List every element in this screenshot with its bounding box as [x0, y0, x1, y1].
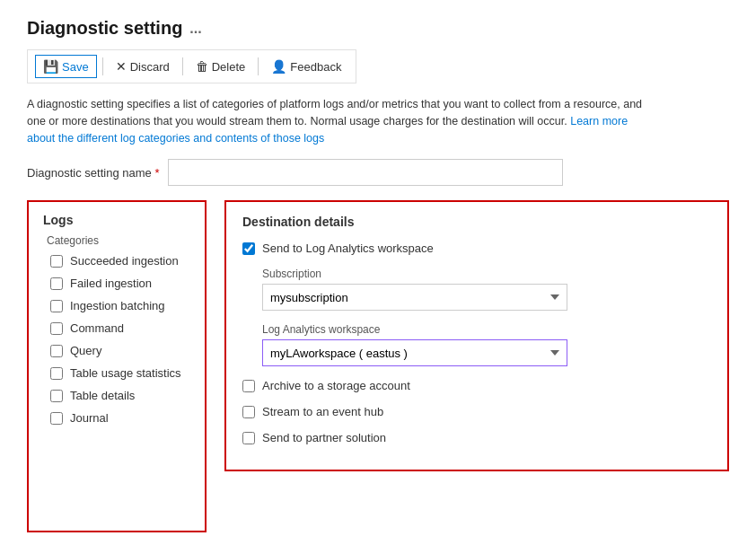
log-label-query[interactable]: Query: [70, 344, 101, 357]
save-label: Save: [62, 60, 89, 74]
log-label-succeeded-ingestion[interactable]: Succeeded ingestion: [70, 254, 179, 268]
dest-label-log-analytics[interactable]: Send to Log Analytics workspace: [262, 242, 434, 255]
main-content: Logs Categories Succeeded ingestion Fail…: [27, 200, 729, 536]
log-checkbox-failed-ingestion[interactable]: [50, 277, 63, 290]
setting-name-label: Diagnostic setting name *: [27, 166, 159, 180]
dest-checkbox-event-hub[interactable]: [242, 406, 255, 418]
setting-name-row: Diagnostic setting name *: [27, 159, 729, 186]
dest-option-log-analytics: Send to Log Analytics workspace: [242, 242, 711, 255]
subscription-select[interactable]: mysubscription: [262, 284, 567, 311]
description: A diagnostic setting specifies a list of…: [27, 96, 655, 146]
feedback-button[interactable]: 👤 Feedback: [264, 56, 348, 77]
discard-icon: ✕: [116, 59, 127, 74]
toolbar-divider-2: [182, 57, 183, 75]
dest-option-partner: Send to partner solution: [242, 431, 711, 444]
delete-label: Delete: [212, 60, 246, 74]
log-label-failed-ingestion[interactable]: Failed ingestion: [70, 277, 152, 290]
save-icon: 💾: [43, 59, 58, 74]
feedback-icon: 👤: [271, 59, 286, 74]
page-title: Diagnostic setting ...: [27, 18, 729, 39]
toolbar: 💾 Save ✕ Discard 🗑 Delete 👤 Feedback: [27, 49, 356, 83]
delete-button[interactable]: 🗑 Delete: [189, 56, 253, 77]
log-label-table-details[interactable]: Table details: [70, 389, 135, 402]
delete-icon: 🗑: [196, 59, 208, 74]
log-checkbox-ingestion-batching[interactable]: [50, 300, 63, 312]
left-column: Logs Categories Succeeded ingestion Fail…: [27, 200, 207, 536]
destination-title: Destination details: [242, 215, 711, 229]
dest-option-event-hub: Stream to an event hub: [242, 405, 711, 418]
log-checkbox-command[interactable]: [50, 322, 63, 335]
categories-label: Categories: [43, 234, 190, 247]
discard-label: Discard: [130, 60, 170, 74]
log-checkbox-table-details[interactable]: [50, 390, 63, 402]
title-text: Diagnostic setting: [27, 18, 182, 39]
dest-label-event-hub[interactable]: Stream to an event hub: [262, 405, 383, 418]
description-text: A diagnostic setting specifies a list of…: [27, 98, 642, 127]
log-checkbox-query[interactable]: [50, 345, 63, 357]
discard-button[interactable]: ✕ Discard: [109, 56, 177, 77]
workspace-label: Log Analytics workspace: [262, 323, 711, 336]
log-label-table-usage[interactable]: Table usage statistics: [70, 366, 181, 380]
logs-panel: Logs Categories Succeeded ingestion Fail…: [27, 200, 207, 532]
dest-checkbox-log-analytics[interactable]: [242, 242, 255, 255]
workspace-fields: Log Analytics workspace myLAworkspace ( …: [262, 323, 711, 366]
dest-label-partner[interactable]: Send to partner solution: [262, 431, 386, 444]
logs-title: Logs: [43, 213, 190, 227]
log-label-command[interactable]: Command: [70, 321, 124, 335]
log-item-table-usage: Table usage statistics: [43, 366, 190, 380]
dest-checkbox-partner[interactable]: [242, 432, 255, 444]
dest-label-archive[interactable]: Archive to a storage account: [262, 379, 410, 392]
log-label-ingestion-batching[interactable]: Ingestion batching: [70, 299, 165, 312]
feedback-label: Feedback: [290, 60, 341, 74]
log-checkbox-journal[interactable]: [50, 412, 63, 425]
log-item-failed-ingestion: Failed ingestion: [43, 277, 190, 290]
dest-option-archive: Archive to a storage account: [242, 379, 711, 392]
log-item-journal: Journal: [43, 411, 190, 425]
workspace-select[interactable]: myLAworkspace ( eastus ): [262, 339, 567, 366]
title-ellipsis[interactable]: ...: [189, 21, 201, 37]
log-item-command: Command: [43, 321, 190, 335]
subscription-fields: Subscription mysubscription: [262, 268, 711, 311]
toolbar-divider-1: [102, 57, 103, 75]
log-checkbox-succeeded-ingestion[interactable]: [50, 255, 63, 268]
destination-panel: Destination details Send to Log Analytic…: [224, 200, 729, 471]
toolbar-divider-3: [258, 57, 259, 75]
log-item-query: Query: [43, 344, 190, 357]
setting-name-input[interactable]: [168, 159, 563, 186]
log-item-succeeded-ingestion: Succeeded ingestion: [43, 254, 190, 268]
subscription-label: Subscription: [262, 268, 711, 280]
log-item-ingestion-batching: Ingestion batching: [43, 299, 190, 312]
log-checkbox-table-usage[interactable]: [50, 367, 63, 380]
log-label-journal[interactable]: Journal: [70, 411, 109, 425]
save-button[interactable]: 💾 Save: [35, 55, 97, 78]
log-item-table-details: Table details: [43, 389, 190, 402]
dest-checkbox-archive[interactable]: [242, 380, 255, 392]
